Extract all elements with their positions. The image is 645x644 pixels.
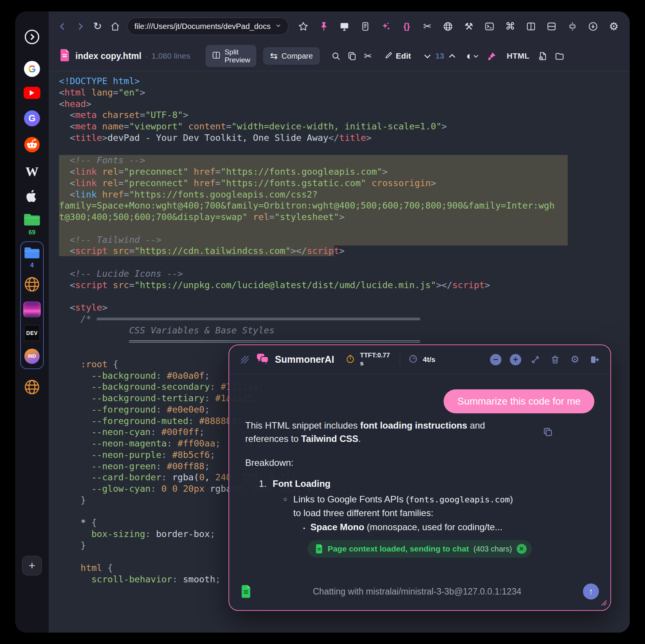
address-bar[interactable]: file:///Users/jt/Documents/devPad_docs — [127, 18, 289, 35]
gear-icon[interactable]: ⚙ — [569, 354, 581, 365]
sparkles-icon[interactable] — [380, 20, 392, 32]
sidebar-item-ind-site[interactable]: IND — [24, 349, 40, 364]
star-icon[interactable] — [297, 20, 309, 32]
drag-handle-icon[interactable] — [239, 354, 251, 365]
assistant-paragraph: This HTML snippet includes font loading … — [245, 419, 512, 445]
sidebar-item-site-2[interactable] — [24, 379, 40, 397]
sidebar-pinned-group: 4 DEV IND — [20, 241, 44, 369]
globe-orange-icon — [24, 379, 40, 397]
forward-icon[interactable] — [74, 20, 86, 32]
zoom-out-button[interactable]: − — [490, 354, 501, 365]
sidebar-item-dev-to[interactable]: DEV — [24, 325, 40, 341]
code-line: <html lang="en"> — [59, 87, 630, 99]
split-preview-button[interactable]: Split Preview — [206, 45, 257, 67]
folder-badge: 69 — [23, 229, 41, 236]
code-line: <link href="https://fonts.googleapis.com… — [59, 189, 568, 201]
assistant-paragraph: Breakdown: — [245, 456, 594, 469]
send-button[interactable]: ↑ — [583, 583, 599, 599]
zoom-in-button[interactable]: + — [510, 354, 521, 365]
refresh-icon[interactable]: ↻ — [91, 20, 104, 32]
pin-icon[interactable] — [318, 20, 330, 32]
compare-icon: ⇆ — [270, 51, 278, 61]
divider — [400, 354, 400, 365]
ai-panel-title: SummonerAI — [275, 354, 334, 365]
format-brush-icon[interactable] — [485, 49, 498, 62]
split-rows-icon[interactable] — [546, 20, 558, 32]
browser-toolbar: ↻ file:///Users/jt/Documents/devPad_docs… — [49, 11, 630, 41]
code-line — [59, 223, 568, 234]
copy-icon[interactable] — [346, 49, 359, 62]
file-title: index copy.html — [75, 51, 141, 61]
apple-icon — [24, 188, 40, 206]
assistant-sub-bullet: ○ Links to Google Fonts APIs (fonts.goog… — [283, 493, 594, 520]
settings-icon[interactable]: ⚙ — [608, 20, 620, 32]
match-count: 13 — [435, 51, 444, 61]
sidebar-item-media-tab[interactable] — [23, 301, 41, 317]
chevron-down-icon[interactable] — [275, 22, 281, 30]
gauge-icon — [409, 354, 418, 365]
download-icon[interactable] — [587, 20, 599, 32]
g-app-icon: G — [24, 110, 40, 126]
code-line: <script src="https://unpkg.com/lucide@la… — [59, 280, 630, 291]
line-count: 1,080 lines — [152, 51, 190, 61]
code-line: <link rel="preconnect" href="https://fon… — [59, 178, 568, 189]
monitor-icon[interactable] — [338, 20, 351, 32]
code-line: CSS Variables & Base Styles — [59, 325, 630, 336]
sidebar-item-g-app[interactable]: G — [24, 110, 40, 126]
sidebar-item-wikipedia[interactable]: W — [26, 164, 38, 179]
separator: · — [145, 52, 148, 61]
terminal-icon[interactable] — [484, 20, 496, 32]
tools-icon[interactable]: ⚒ — [463, 20, 475, 32]
folder-icon[interactable] — [553, 49, 566, 62]
dismiss-context-icon[interactable]: ✕ — [517, 544, 527, 554]
chevron-down-icon[interactable] — [421, 49, 434, 62]
copy-response-icon[interactable] — [543, 427, 553, 439]
command-icon[interactable]: ⌘ — [504, 20, 516, 32]
sidebar-item-google[interactable]: G — [24, 61, 40, 77]
new-file-icon[interactable] — [536, 49, 549, 62]
sidebar-item-launcher[interactable] — [24, 29, 40, 46]
expand-icon[interactable] — [530, 354, 541, 365]
braces-icon[interactable]: {} — [401, 20, 413, 32]
scissors-icon[interactable]: ✂ — [421, 20, 433, 32]
ttft-stat: TTFT:0.77s — [360, 352, 391, 367]
edit-label: Edit — [396, 51, 411, 61]
compare-label: Compare — [281, 52, 313, 61]
search-icon[interactable] — [330, 49, 343, 62]
sidebar-item-project-folder[interactable]: 4 — [24, 247, 40, 269]
home-icon[interactable] — [109, 20, 121, 32]
sidebar-item-youtube[interactable] — [24, 87, 40, 99]
code-line: <script src="https://cdn.tailwindcss.com… — [59, 245, 630, 257]
code-line: <!-- Fonts --> — [59, 155, 568, 166]
code-line: <!-- Lucide Icons --> — [59, 268, 630, 280]
contrast-icon[interactable]: ◐ — [466, 49, 479, 62]
export-icon[interactable] — [589, 354, 600, 365]
sidebar-item-reddit[interactable] — [24, 136, 40, 155]
ai-panel-header: SummonerAI TTFT:0.77s 4t/s − + — [229, 345, 610, 374]
trash-icon[interactable] — [549, 354, 561, 365]
app-sidebar: G G W — [15, 11, 49, 633]
sidebar-item-site-1[interactable] — [24, 276, 40, 294]
thumbnail-image — [23, 301, 41, 317]
cut-icon[interactable]: ✂ — [362, 49, 375, 62]
ai-chat-panel: SummonerAI TTFT:0.77s 4t/s − + — [228, 344, 611, 611]
pencil-icon — [385, 51, 393, 61]
split-preview-icon — [212, 51, 221, 61]
assistant-sub-bullet: ▪ Space Mono (monospace, used for coding… — [303, 520, 594, 535]
split-columns-icon[interactable] — [525, 20, 537, 32]
chevron-up-icon[interactable] — [446, 49, 459, 62]
globe-icon[interactable] — [442, 20, 454, 32]
code-line: <style> — [59, 302, 630, 314]
code-line: <meta charset="UTF-8"> — [59, 110, 630, 121]
add-tab-button[interactable]: + — [22, 556, 42, 575]
flip-vertical-icon[interactable] — [566, 20, 578, 32]
sidebar-item-downloads-folder[interactable]: 69 — [23, 213, 41, 236]
model-status-text: Chatting with mistralai/ministral-3-3b@1… — [259, 587, 575, 597]
back-icon[interactable] — [56, 20, 69, 32]
edit-button[interactable]: Edit — [385, 51, 411, 61]
language-label: HTML — [507, 51, 530, 61]
sidebar-item-apple[interactable] — [24, 188, 40, 206]
resize-handle-icon[interactable] — [597, 596, 607, 608]
compare-button[interactable]: ⇆ Compare — [263, 47, 319, 65]
reader-icon[interactable] — [359, 20, 371, 32]
